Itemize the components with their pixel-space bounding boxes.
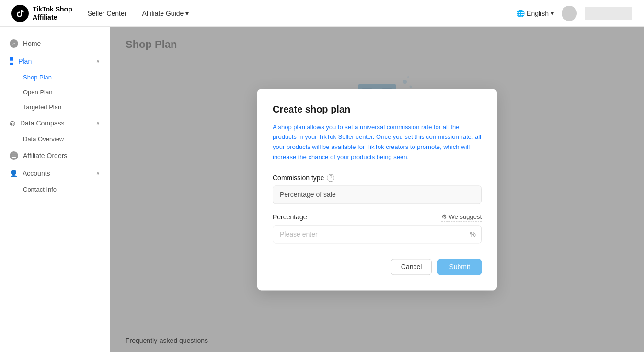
chevron-down-icon: ▾ (185, 10, 189, 17)
modal-title: Create shop plan (273, 104, 482, 115)
data-compass-icon: ◎ (10, 119, 15, 127)
sidebar-item-open-plan[interactable]: Open Plan (23, 85, 110, 100)
sidebar: ⌂ Home ≡ Plan ∧ Shop Plan Open Plan Targ… (0, 27, 110, 352)
sidebar-data-compass-header[interactable]: ◎ Data Compass ∧ (0, 114, 110, 132)
we-suggest-button[interactable]: ⚙ We suggest (441, 213, 482, 221)
logo-sub: Affiliate (33, 13, 72, 22)
percentage-label: Percentage (273, 214, 307, 221)
data-compass-sub-menu: Data Overview (0, 132, 110, 147)
sidebar-plan-header[interactable]: ≡ Plan ∧ (0, 53, 110, 70)
commission-type-label: Commission type ? (273, 174, 482, 182)
percent-suffix: % (470, 230, 476, 238)
sidebar-item-shop-plan[interactable]: Shop Plan (23, 70, 110, 85)
affiliate-guide-link[interactable]: Affiliate Guide ▾ (142, 10, 189, 17)
percentage-input-wrapper: % (273, 225, 482, 243)
sidebar-item-data-overview[interactable]: Data Overview (23, 132, 110, 147)
plan-icon: ≡ (10, 57, 13, 65)
logo: TikTok Shop Affiliate (12, 5, 72, 22)
sidebar-accounts-header[interactable]: 👤 Accounts ∧ (0, 165, 110, 182)
user-avatar[interactable] (562, 6, 577, 21)
modal-actions: Cancel Submit (273, 259, 482, 275)
accounts-icon: 👤 (10, 170, 18, 177)
sidebar-item-home[interactable]: ⌂ Home (0, 34, 110, 53)
modal-description: A shop plan allows you to set a universa… (273, 123, 482, 162)
seller-center-link[interactable]: Seller Center (88, 10, 127, 17)
cancel-button[interactable]: Cancel (391, 259, 432, 275)
chevron-up-icon: ∧ (96, 58, 100, 65)
percentage-input[interactable] (273, 225, 482, 243)
logo-name: TikTok Shop (33, 5, 72, 13)
top-navigation: TikTok Shop Affiliate Seller Center Affi… (0, 0, 644, 27)
plan-sub-menu: Shop Plan Open Plan Targeted Plan (0, 70, 110, 114)
chevron-down-icon: ▾ (551, 10, 554, 17)
home-icon: ⌂ (10, 39, 18, 48)
sidebar-group-accounts: 👤 Accounts ∧ Contact Info (0, 165, 110, 197)
orders-icon: ☰ (10, 151, 18, 160)
user-name-button[interactable] (585, 7, 632, 20)
create-shop-plan-modal: Create shop plan A shop plan allows you … (257, 89, 497, 290)
nav-right: 🌐 English ▾ (517, 6, 632, 21)
language-selector[interactable]: 🌐 English ▾ (517, 10, 554, 17)
chevron-up-icon: ∧ (96, 120, 100, 126)
sidebar-item-contact-info[interactable]: Contact Info (23, 182, 110, 197)
main-layout: ⌂ Home ≡ Plan ∧ Shop Plan Open Plan Targ… (0, 27, 644, 352)
globe-icon: 🌐 (517, 10, 525, 17)
submit-button[interactable]: Submit (437, 259, 482, 275)
main-content: Shop Plan (110, 27, 644, 352)
nav-links: Seller Center Affiliate Guide ▾ (88, 10, 501, 17)
commission-type-select[interactable]: Percentage of sale (273, 185, 482, 204)
chevron-up-icon: ∧ (96, 170, 100, 177)
sidebar-item-targeted-plan[interactable]: Targeted Plan (23, 100, 110, 114)
suggest-icon: ⚙ (441, 213, 447, 220)
accounts-sub-menu: Contact Info (0, 182, 110, 197)
sidebar-item-affiliate-orders[interactable]: ☰ Affiliate Orders (0, 147, 110, 165)
tiktok-icon (12, 5, 29, 22)
sidebar-group-data-compass: ◎ Data Compass ∧ Data Overview (0, 114, 110, 147)
sidebar-group-plan: ≡ Plan ∧ Shop Plan Open Plan Targeted Pl… (0, 53, 110, 114)
percentage-row: Percentage ⚙ We suggest (273, 213, 482, 221)
svg-point-0 (12, 5, 29, 22)
help-icon[interactable]: ? (327, 174, 334, 182)
